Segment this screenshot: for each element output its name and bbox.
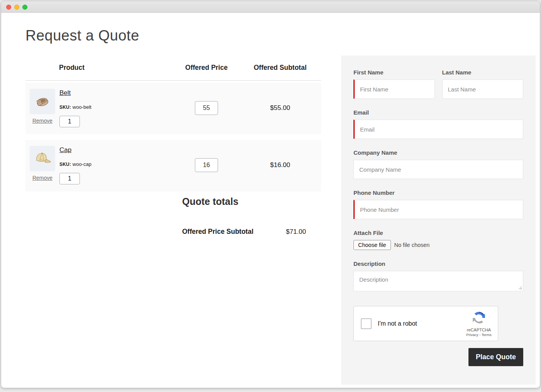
product-link[interactable]: Belt (59, 89, 71, 97)
table-row: Remove Cap SKU: woo-cap $16.00 (25, 140, 321, 191)
offered-subtotal-value: $16.00 (239, 146, 321, 184)
email-label: Email (353, 109, 523, 116)
recaptcha-checkbox[interactable] (361, 318, 372, 329)
recaptcha-brand: reCAPTCHA (465, 328, 493, 332)
first-name-field[interactable] (353, 79, 435, 99)
quantity-input[interactable] (59, 116, 80, 127)
last-name-field[interactable] (442, 79, 524, 99)
email-field[interactable] (353, 120, 523, 139)
quantity-input[interactable] (59, 173, 80, 184)
table-row: Remove Belt SKU: woo-belt $55.00 (25, 83, 321, 134)
close-window-icon[interactable] (6, 5, 11, 10)
quote-totals-section: Quote totals Offered Price Subtotal $71.… (182, 196, 321, 236)
subtotal-label: Offered Price Subtotal (182, 228, 286, 236)
column-header-product: Product (25, 64, 174, 72)
product-sku: SKU: woo-cap (59, 161, 174, 167)
recaptcha-label: I'm not a robot (378, 320, 417, 327)
recaptcha-widget: I'm not a robot reCAPTCHA Privacy - Term… (353, 306, 498, 341)
minimize-window-icon[interactable] (14, 5, 19, 10)
offered-subtotal-value: $55.00 (239, 89, 321, 127)
description-field[interactable] (353, 271, 523, 291)
quote-items-table: Product Offered Price Offered Subtotal (25, 59, 321, 191)
company-name-field[interactable] (353, 160, 523, 179)
remove-item-link[interactable]: Remove (32, 175, 52, 181)
recaptcha-logo-icon (472, 320, 486, 326)
quote-request-form: First Name Last Name Email Company Name … (341, 56, 536, 385)
description-label: Description (353, 260, 523, 267)
window-titlebar (1, 1, 540, 13)
cap-product-image (30, 146, 55, 171)
browser-window: Request a Quote Product Offered Price Of… (1, 1, 540, 388)
column-header-offered-subtotal: Offered Subtotal (239, 64, 321, 72)
phone-number-label: Phone Number (353, 189, 523, 196)
choose-file-button[interactable]: Choose file (353, 240, 391, 250)
page-title: Request a Quote (25, 27, 139, 44)
subtotal-value: $71.00 (286, 228, 321, 236)
remove-item-link[interactable]: Remove (32, 118, 52, 124)
maximize-window-icon[interactable] (22, 5, 27, 10)
file-chosen-status: No file chosen (394, 242, 430, 248)
product-sku: SKU: woo-belt (59, 104, 174, 110)
recaptcha-privacy-terms-links[interactable]: Privacy - Terms (465, 333, 493, 337)
first-name-label: First Name (353, 69, 435, 76)
column-header-offered-price: Offered Price (174, 64, 239, 72)
product-link[interactable]: Cap (59, 146, 71, 154)
quote-totals-title: Quote totals (182, 196, 321, 207)
place-quote-button[interactable]: Place Quote (468, 348, 523, 366)
offered-price-input[interactable] (195, 101, 218, 115)
company-name-label: Company Name (353, 149, 523, 156)
offered-price-input[interactable] (195, 158, 218, 172)
phone-number-field[interactable] (353, 200, 523, 219)
last-name-label: Last Name (442, 69, 524, 76)
belt-product-image (30, 89, 55, 114)
subtotal-row: Offered Price Subtotal $71.00 (182, 228, 321, 236)
attach-file-label: Attach File (353, 230, 523, 236)
table-header-row: Product Offered Price Offered Subtotal (25, 59, 321, 81)
